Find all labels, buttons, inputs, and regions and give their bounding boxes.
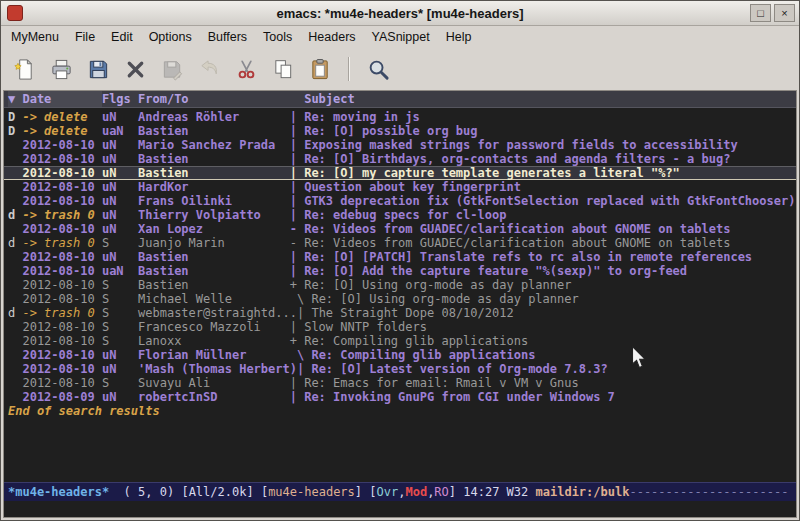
thread-char: - [290,222,304,236]
message-flags: uN [102,208,138,222]
modeline-part: maildir:/bulk [536,485,630,499]
close-button[interactable]: × [774,4,795,22]
message-date: -> delete [22,124,101,138]
message-row[interactable]: d-> trash 0Swebmaster@straightd...|The S… [4,306,796,320]
cut-button[interactable] [231,54,261,84]
message-flags: uN [102,250,138,264]
close-buffer-button[interactable] [120,54,150,84]
titlebar[interactable]: emacs: *mu4e-headers* [mu4e-headers] □× [1,1,799,26]
message-flags: S [102,320,138,334]
message-row[interactable]: 2012-08-10uNBastien|Re: [O] my capture t… [4,166,796,180]
modeline-part: mu4e-headers [268,485,355,499]
menu-file[interactable]: File [67,27,103,47]
column-header-flags[interactable]: Flgs [102,91,138,107]
mark-flag: d [8,208,22,222]
thread-char: | [290,390,304,404]
app-icon[interactable] [7,5,23,21]
message-row[interactable]: D-> deleteuNAndreas Röhler|Re: moving in… [4,110,796,124]
message-from: robertcInSD [138,390,290,404]
message-subject: Re: Invoking GnuPG from CGI under Window… [304,390,615,404]
message-from: Bastien [138,166,290,180]
message-from: Francesco Mazzoli [138,320,290,334]
maximize-button[interactable]: □ [750,4,771,22]
message-subject: Re: Videos from GUADEC/clarification abo… [304,236,730,250]
modeline-part: RO [434,485,448,499]
message-subject: Slow NNTP folders [304,320,427,334]
new-file-icon [13,58,36,81]
echo-area[interactable] [4,501,796,517]
modeline-part: Mod [405,485,427,499]
message-row[interactable]: 2012-08-10SSuvayu Ali|Re: Emacs for emai… [4,376,796,390]
message-row[interactable]: 2012-08-10uNFlorian Müllner \ Re: Compil… [4,348,796,362]
message-flags: uN [102,194,138,208]
menu-yasnippet[interactable]: YASnippet [364,27,438,47]
menu-headers[interactable]: Headers [300,27,363,47]
print-button[interactable] [46,54,76,84]
message-list: D-> deleteuNAndreas Röhler|Re: moving in… [4,108,796,482]
modeline[interactable]: *mu4e-headers* ( 5, 0) [All/2.0k] [mu4e-… [4,482,796,501]
message-date: 2012-08-10 [22,194,101,208]
menu-edit[interactable]: Edit [103,27,141,47]
copy-button[interactable] [268,54,298,84]
message-subject: Re: [O] Using org-mode as day planner [311,292,578,306]
modeline-part: ] [449,485,463,499]
message-row[interactable]: d-> trash 0uNThierry Volpiatto|Re: edebu… [4,208,796,222]
modeline-part: ] [355,485,369,499]
thread-char: | [290,250,304,264]
message-flags: uaN [102,264,138,278]
message-row[interactable]: 2012-08-10uaNBastien|Re: [O] Add the cap… [4,264,796,278]
save-button[interactable] [83,54,113,84]
message-row[interactable]: 2012-08-10SFrancesco Mazzoli|Slow NNTP f… [4,320,796,334]
mark-flag: d [8,306,22,320]
message-date: 2012-08-10 [22,292,101,306]
message-flags: S [102,334,138,348]
thread-char: + [290,278,304,292]
column-header-from[interactable]: From/To [138,91,304,107]
message-date: 2012-08-09 [22,390,101,404]
menu-help[interactable]: Help [438,27,480,47]
message-date: 2012-08-10 [22,166,101,180]
message-row[interactable]: 2012-08-10SBastien+Re: [O] Using org-mod… [4,278,796,292]
message-row[interactable]: d-> trash 0SJuanjo Marin-Re: Videos from… [4,236,796,250]
message-date: -> trash 0 [22,208,101,222]
message-flags: uaN [102,124,138,138]
message-date: 2012-08-10 [22,348,101,362]
column-header-date[interactable]: ▼ Date [8,91,102,107]
thread-char: | [290,208,304,222]
message-row[interactable]: 2012-08-10uNBastien|Re: [O] Birthdays, o… [4,152,796,166]
search-icon [367,58,390,81]
save-icon [87,58,110,81]
message-row[interactable]: 2012-08-10SMichael Welle \ Re: [O] Using… [4,292,796,306]
message-flags: S [102,376,138,390]
message-subject: Re: [O] Using org-mode as day planner [304,278,571,292]
message-subject: Re: [O] my capture template generates a … [304,166,680,180]
search-button[interactable] [363,54,393,84]
message-row[interactable]: 2012-08-10uNXan Lopez-Re: Videos from GU… [4,222,796,236]
message-row[interactable]: 2012-08-10uNBastien|Re: [O] [PATCH] Tran… [4,250,796,264]
message-from: Michael Welle [138,292,290,306]
message-row[interactable]: D-> deleteuaNBastien|Re: [O] possible or… [4,124,796,138]
menu-buffers[interactable]: Buffers [200,27,255,47]
message-flags: uN [102,348,138,362]
message-row[interactable]: 2012-08-10SLanoxx+Re: Compiling glib app… [4,334,796,348]
menu-options[interactable]: Options [141,27,200,47]
message-row[interactable]: 2012-08-09uNrobertcInSD|Re: Invoking Gnu… [4,390,796,404]
message-from: Florian Müllner [138,348,290,362]
new-file-button[interactable] [9,54,39,84]
message-row[interactable]: 2012-08-10uNMario Sanchez Prada|Exposing… [4,138,796,152]
cut-icon [235,58,258,81]
message-row[interactable]: 2012-08-10uN'Mash (Thomas Herbert)|Re: [… [4,362,796,376]
thread-char: | [290,110,304,124]
column-header-subject[interactable]: Subject [304,91,355,107]
emacs-window: emacs: *mu4e-headers* [mu4e-headers] □× … [0,0,800,521]
thread-char: | [290,320,304,334]
modeline-part: *mu4e-headers* [8,485,109,499]
message-row[interactable]: 2012-08-10uNFrans Oilinki|GTK3 deprecati… [4,194,796,208]
menu-mymenu[interactable]: MyMenu [3,27,67,47]
paste-button[interactable] [305,54,335,84]
message-subject: Re: edebug specs for cl-loop [304,208,506,222]
message-subject: Re: [O] Birthdays, org-contacts and agen… [304,152,730,166]
message-from: Thierry Volpiatto [138,208,290,222]
menu-tools[interactable]: Tools [255,27,300,47]
message-row[interactable]: 2012-08-10uNHardKor|Question about key f… [4,180,796,194]
